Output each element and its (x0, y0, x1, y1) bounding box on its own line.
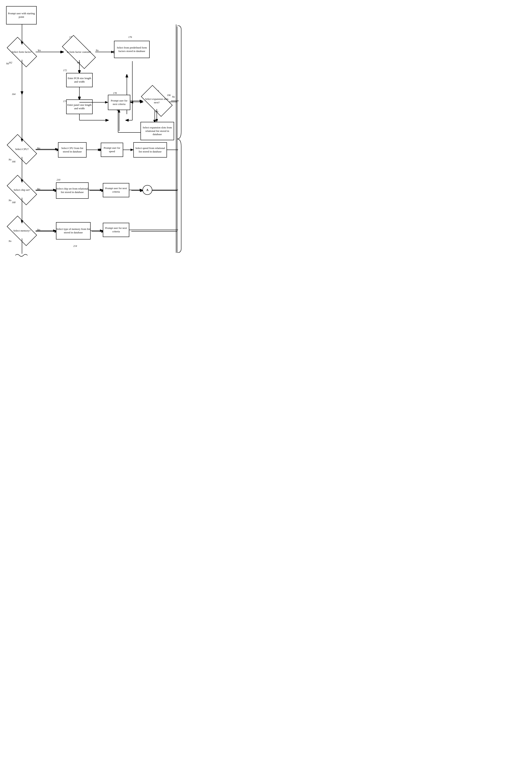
label-yes-form: Yes (38, 49, 41, 52)
select-form-factor-diamond: Select form factor? (8, 44, 36, 60)
label-yes-cpu: Yes (37, 147, 40, 150)
enter-panel-box: Enter panel size length and width (66, 99, 93, 114)
expansion-slots-next-diamond: Select expansion slots next? (143, 93, 171, 109)
label-168: 168 (12, 201, 15, 204)
label-166: 166 (12, 160, 15, 163)
select-cpu-box: Select CPU from list stored in database (58, 142, 87, 157)
label-yes-chipset: Yes (37, 187, 40, 190)
is-form-custom-diamond: Is form factor custom? (63, 44, 95, 60)
prompt-216-box: Prompt user for next criteria (103, 223, 129, 237)
flowchart-diagram: 160 Prompt user with starting point Sele… (0, 0, 183, 265)
label-162: 162 (9, 61, 12, 64)
select-memory-box: Select type of memory from list stored i… (56, 222, 91, 240)
label-214: 214 (73, 245, 77, 248)
label-176: 176 (128, 36, 132, 39)
prompt-178-box: Prompt user for next criteria (108, 95, 130, 110)
right-brace-svg (176, 25, 182, 253)
label-210: 210 (57, 178, 60, 181)
label-no-custom: No (96, 49, 99, 52)
label-no-chipset: No (9, 199, 11, 202)
select-chipset-box: Select chip set from relational list sto… (56, 182, 89, 199)
label-yes-memory: Yes (37, 228, 40, 231)
label-no-cpu: No (9, 158, 11, 161)
select-cpu-diamond: Select CPU? (8, 142, 36, 157)
circle-a: A (143, 185, 152, 195)
label-178: 178 (113, 92, 117, 95)
prompt-212-box: Prompt user for next criteria (103, 183, 129, 197)
select-speed-box: Select speed from relational list stored… (133, 142, 167, 157)
predefined-form-box: Select from predefined form factors stor… (114, 41, 150, 58)
label-164: 164 (12, 93, 15, 96)
label-no-expansion: No (172, 95, 175, 98)
wavy-end-svg (15, 252, 30, 259)
label-yes-expansion: Yes (155, 110, 158, 113)
select-chipset-diamond: Select chip set? (8, 182, 36, 198)
label-no-memory: No (9, 240, 11, 243)
label-yes-custom: Yes (77, 61, 80, 64)
enter-pcb-box: Enter PCB size length and width (66, 73, 93, 87)
label-172: 172 (63, 69, 67, 72)
prompt-speed-box: Prompt user for speed (101, 143, 123, 157)
start-box: Prompt user with starting point (6, 6, 37, 24)
select-memory-diamond: Select memory? (8, 223, 36, 239)
label-196: 196 (167, 94, 171, 97)
label-no-162: No (6, 62, 9, 65)
select-expansion-box: Select expansion slots from relational l… (140, 122, 174, 140)
